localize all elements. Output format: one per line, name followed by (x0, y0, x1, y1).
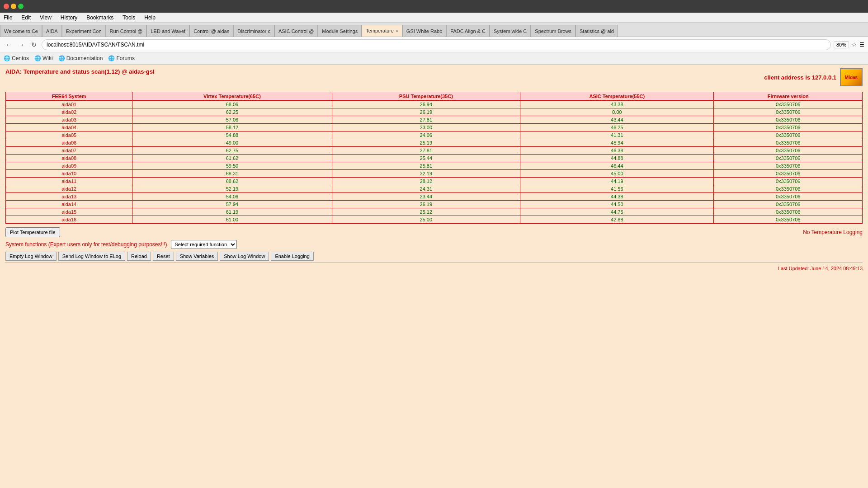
tab-experiment-con[interactable]: Experiment Con (62, 25, 106, 37)
enable-logging-button[interactable]: Enable Logging (271, 252, 313, 261)
midas-logo: Midas (840, 68, 863, 86)
value-cell: 46.38 (520, 147, 714, 155)
show-log-window-button[interactable]: Show Log Window (220, 252, 269, 261)
value-cell: 59.50 (132, 162, 332, 170)
value-cell: 25.00 (332, 216, 520, 224)
value-cell: 0x3350706 (714, 101, 863, 108)
tab-statistics--aid[interactable]: Statistics @ aid (576, 25, 618, 37)
value-cell: 45.94 (520, 139, 714, 147)
table-row: aida1457.9426.1944.500x3350706 (6, 201, 863, 208)
value-cell: 57.94 (132, 201, 332, 208)
system-name-cell: aida14 (6, 201, 132, 208)
value-cell: 23.44 (332, 193, 520, 201)
value-cell: 0x3350706 (714, 116, 863, 124)
value-cell: 57.06 (132, 116, 332, 124)
tabs-bar: Welcome to CeAIDAExperiment ConRun Contr… (0, 23, 868, 37)
tab-welcome-to-ce[interactable]: Welcome to Ce (0, 25, 42, 37)
tab-fadc-align--c[interactable]: FADC Align & C (446, 25, 490, 37)
system-name-cell: aida12 (6, 185, 132, 193)
table-row: aida0554.8824.0641.310x3350706 (6, 131, 863, 139)
system-name-cell: aida03 (6, 116, 132, 124)
tab-gsi-white-rabb[interactable]: GSI White Rabb (402, 25, 446, 37)
temperature-table: FEE64 SystemVirtex Temperature(65C)PSU T… (5, 92, 863, 224)
menu-icon[interactable]: ☰ (859, 42, 864, 48)
table-row: aida0762.7527.8146.380x3350706 (6, 147, 863, 155)
value-cell: 54.88 (132, 131, 332, 139)
table-row: aida1561.1925.1244.750x3350706 (6, 208, 863, 216)
system-name-cell: aida11 (6, 178, 132, 185)
menu-file[interactable]: File (2, 14, 14, 22)
tab-module-settings[interactable]: Module Settings (318, 25, 362, 37)
bookmark-documentation[interactable]: 🌐 Documentation (58, 55, 103, 61)
value-cell: 23.00 (332, 124, 520, 131)
table-row: aida0959.5025.8146.440x3350706 (6, 162, 863, 170)
menu-history[interactable]: History (59, 14, 79, 22)
tab-aida[interactable]: AIDA (42, 25, 62, 37)
maximize-window-button[interactable] (18, 4, 24, 9)
tab-spectrum-brows[interactable]: Spectrum Brows (531, 25, 576, 37)
bookmark-wiki[interactable]: 🌐 Wiki (34, 55, 53, 61)
value-cell: 44.75 (520, 208, 714, 216)
tab-led-and-wavef[interactable]: LED and Wavef (146, 25, 189, 37)
tab-close-icon[interactable]: × (396, 28, 398, 33)
empty-log-window-button[interactable]: Empty Log Window (5, 252, 57, 261)
menu-bar: File Edit View History Bookmarks Tools H… (0, 13, 868, 23)
tab-run-control-[interactable]: Run Control @ (106, 25, 147, 37)
bookmark-star-icon[interactable]: ☆ (852, 42, 857, 48)
plot-temperature-button[interactable]: Plot Temperature file (5, 227, 60, 237)
system-name-cell: aida05 (6, 131, 132, 139)
value-cell: 32.19 (332, 170, 520, 178)
bookmark-forums[interactable]: 🌐 Forums (108, 55, 135, 61)
table-row: aida0168.0626.9443.380x3350706 (6, 101, 863, 108)
show-variables-button[interactable]: Show Variables (176, 252, 218, 261)
system-name-cell: aida10 (6, 170, 132, 178)
value-cell: 43.44 (520, 116, 714, 124)
bookmark-centos[interactable]: 🌐 Centos (4, 55, 29, 61)
value-cell: 61.19 (132, 208, 332, 216)
reload-button[interactable]: Reload (127, 252, 151, 261)
table-row: aida1068.3132.1945.000x3350706 (6, 170, 863, 178)
address-input[interactable] (42, 39, 831, 50)
page-title: AIDA: Temperature and status scan(1.12) … (5, 68, 155, 75)
value-cell: 41.56 (520, 185, 714, 193)
function-select[interactable]: Select required function (171, 240, 237, 249)
close-window-button[interactable] (4, 4, 9, 9)
table-row: aida1354.0623.4444.380x3350706 (6, 193, 863, 201)
value-cell: 0x3350706 (714, 124, 863, 131)
value-cell: 26.19 (332, 108, 520, 116)
value-cell: 41.31 (520, 131, 714, 139)
value-cell: 58.12 (132, 124, 332, 131)
value-cell: 0x3350706 (714, 208, 863, 216)
menu-bookmarks[interactable]: Bookmarks (85, 14, 115, 22)
system-name-cell: aida16 (6, 216, 132, 224)
back-button[interactable]: ← (4, 40, 14, 50)
tab-discriminator-c[interactable]: Discriminator c (233, 25, 274, 37)
menu-view[interactable]: View (38, 14, 53, 22)
tab-temperature[interactable]: Temperature× (362, 25, 402, 37)
plot-row: Plot Temperature file No Temperature Log… (5, 227, 863, 237)
value-cell: 62.75 (132, 147, 332, 155)
reset-button[interactable]: Reset (153, 252, 174, 261)
no-logging-label: No Temperature Logging (803, 229, 863, 235)
table-row: aida0262.2526.190.000x3350706 (6, 108, 863, 116)
value-cell: 61.62 (132, 155, 332, 162)
value-cell: 0.00 (520, 108, 714, 116)
browser-chrome: File Edit View History Bookmarks Tools H… (0, 0, 868, 65)
value-cell: 44.50 (520, 201, 714, 208)
tab-control--aidas[interactable]: Control @ aidas (189, 25, 233, 37)
menu-tools[interactable]: Tools (121, 14, 137, 22)
send-log-window-to-elog-button[interactable]: Send Log Window to ELog (58, 252, 125, 261)
value-cell: 25.81 (332, 162, 520, 170)
forward-button[interactable]: → (16, 40, 26, 50)
value-cell: 44.88 (520, 155, 714, 162)
system-functions-label: System functions (Expert users only for … (5, 241, 167, 248)
value-cell: 62.25 (132, 108, 332, 116)
tab-asic-control-[interactable]: ASIC Control @ (274, 25, 318, 37)
menu-edit[interactable]: Edit (19, 14, 33, 22)
value-cell: 27.81 (332, 147, 520, 155)
menu-help[interactable]: Help (142, 14, 157, 22)
value-cell: 44.19 (520, 178, 714, 185)
minimize-window-button[interactable] (11, 4, 16, 9)
tab-system-wide-c[interactable]: System wide C (490, 25, 531, 37)
reload-button[interactable]: ↻ (29, 40, 39, 50)
